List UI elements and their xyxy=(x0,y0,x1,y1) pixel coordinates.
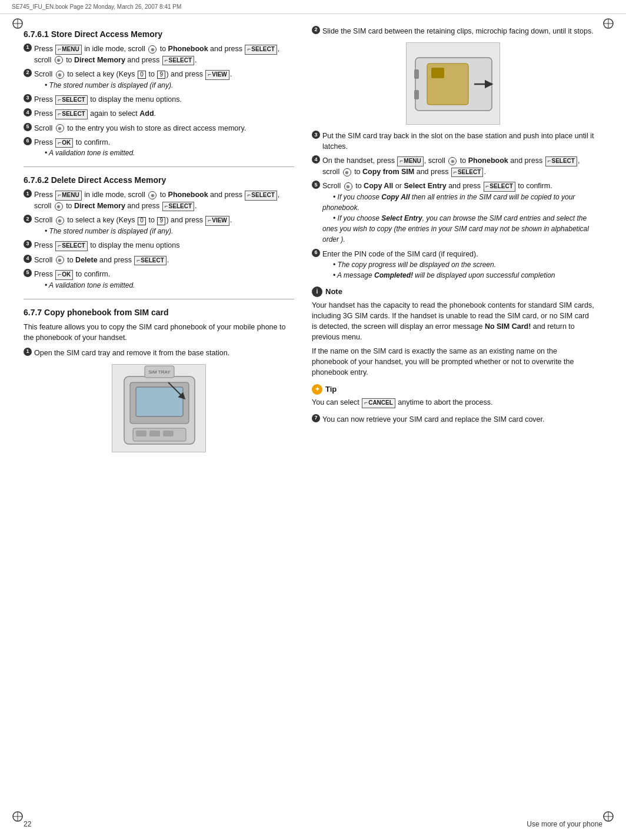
step-671-2: 2 Scroll ⊕ to select a key (Keys 0 to 9)… xyxy=(24,69,294,91)
select-btn-5: ⌐SELECT xyxy=(245,191,277,201)
header-bar: SE745_IFU_EN.book Page 22 Monday, March … xyxy=(0,0,626,14)
scroll-icon-3: ⊕ xyxy=(56,71,64,79)
right-step-3: 3 Put the SIM card tray back in the slot… xyxy=(312,131,594,152)
scroll-icon-8: ⊕ xyxy=(56,256,64,264)
header-text: SE745_IFU_EN.book Page 22 Monday, March … xyxy=(12,4,181,10)
step-677-num-1: 1 xyxy=(24,348,32,356)
step-6-sub1: The copy progress will be displayed on t… xyxy=(333,261,496,269)
step-671-2-sub: The stored number is displayed (if any). xyxy=(45,81,173,89)
step-672-5: 5 Press ⌐OK to confirm. A validation ton… xyxy=(24,269,294,291)
step-671-6-sub: A validation tone is emitted. xyxy=(45,149,135,157)
step-671-3-content: Press ⌐SELECT to display the menu option… xyxy=(34,94,294,105)
tip-icon: ✦ xyxy=(312,384,322,395)
svg-rect-11 xyxy=(149,431,160,436)
right-column: 2 Slide the SIM card between the retaini… xyxy=(312,26,594,458)
right-step-num-5: 5 xyxy=(312,181,320,189)
step-num-1: 1 xyxy=(24,44,32,52)
note-text-2: If the name on the SIM card is exactly t… xyxy=(312,346,594,378)
corner-marker-bottom-left xyxy=(12,811,24,822)
page-number: 22 xyxy=(24,820,31,828)
step-672-num-2: 2 xyxy=(24,215,32,223)
step-672-num-1: 1 xyxy=(24,189,32,198)
right-step-4: 4 On the handset, press ⌐MENU, scroll ⊕ … xyxy=(312,155,594,177)
right-step-2-content: Slide the SIM card between the retaining… xyxy=(322,26,594,36)
select-btn-9: ⌐SELECT xyxy=(545,156,577,166)
section-672-heading: 6.7.6.2 Delete Direct Access Memory xyxy=(24,175,294,185)
scroll-icon-5: ⊕ xyxy=(148,191,156,199)
right-step-3-content: Put the SIM card tray back in the slot o… xyxy=(322,131,594,152)
scroll-icon-11: ⊕ xyxy=(344,182,352,191)
footer-right-text: Use more of your phone xyxy=(527,820,602,828)
step-672-2-content: Scroll ⊕ to select a key (Keys 0 to 9) a… xyxy=(34,215,294,236)
svg-rect-21 xyxy=(414,90,419,99)
key-9-2: 9 xyxy=(157,217,165,225)
svg-rect-20 xyxy=(414,69,419,79)
svg-text:SIM TRAY: SIM TRAY xyxy=(148,369,171,375)
key-9: 9 xyxy=(157,71,165,79)
right-step-2: 2 Slide the SIM card between the retaini… xyxy=(312,26,594,36)
step-5-sub1: If you choose Copy All then all entries … xyxy=(322,193,575,212)
sim-card-image xyxy=(406,42,500,125)
select-btn-6: ⌐SELECT xyxy=(162,202,194,212)
section-677-intro: This feature allows you to copy the SIM … xyxy=(24,322,294,343)
note-label: i Note xyxy=(312,286,594,298)
content-area: 6.7.6.1 Store Direct Access Memory 1 Pre… xyxy=(0,14,626,470)
page-footer: 22 Use more of your phone xyxy=(24,820,602,828)
right-step-num-4: 4 xyxy=(312,155,320,164)
note-icon: i xyxy=(312,286,322,297)
step-672-num-3: 3 xyxy=(24,240,32,248)
divider-1 xyxy=(24,166,294,167)
step-671-5: 5 Scroll ⊕ to the entry you wish to stor… xyxy=(24,123,294,134)
step-672-1: 1 Press ⌐MENU in idle mode, scroll ⊕ to … xyxy=(24,189,294,211)
select-btn-8: ⌐SELECT xyxy=(134,256,166,266)
step-672-num-4: 4 xyxy=(24,255,32,263)
step-672-4-content: Scroll ⊕ to Delete and press ⌐SELECT. xyxy=(34,255,294,266)
step-6-sub2: A message Completed! will be displayed u… xyxy=(333,271,555,279)
tip-label: ✦ Tip xyxy=(312,384,594,395)
select-btn: ⌐SELECT xyxy=(245,45,277,55)
right-step-num-2: 2 xyxy=(312,26,320,34)
step-672-num-5: 5 xyxy=(24,269,32,277)
scroll-icon-9: ⊕ xyxy=(448,157,457,165)
device-image-base-station: SIM TRAY xyxy=(112,364,206,452)
corner-marker-bottom-right xyxy=(602,811,614,822)
scroll-icon-10: ⊕ xyxy=(343,168,351,176)
step-num-2: 2 xyxy=(24,69,32,77)
step-num-4: 4 xyxy=(24,108,32,116)
svg-rect-18 xyxy=(431,68,444,78)
scroll-icon-2: ⊕ xyxy=(55,56,63,64)
key-0: 0 xyxy=(138,71,146,79)
divider-2 xyxy=(24,299,294,299)
step-671-5-content: Scroll ⊕ to the entry you wish to store … xyxy=(34,123,294,134)
note-text: Your handset has the capacity to read th… xyxy=(312,300,594,343)
section-671: 6.7.6.1 Store Direct Access Memory 1 Pre… xyxy=(24,29,294,158)
right-step-4-content: On the handset, press ⌐MENU, scroll ⊕ to… xyxy=(322,155,594,177)
corner-marker-top-left xyxy=(12,18,24,29)
note-box: i Note Your handset has the capacity to … xyxy=(312,286,594,378)
right-step-7: 7 You can now retrieve your SIM card and… xyxy=(312,414,594,425)
page-container: SE745_IFU_EN.book Page 22 Monday, March … xyxy=(0,0,626,840)
step-672-5-sub: A validation tone is emitted. xyxy=(45,281,135,289)
step-672-2: 2 Scroll ⊕ to select a key (Keys 0 to 9)… xyxy=(24,215,294,236)
key-0-2: 0 xyxy=(138,217,146,225)
step-671-6: 6 Press ⌐OK to confirm. A validation ton… xyxy=(24,137,294,159)
step-671-1: 1 Press ⌐MENU in idle mode, scroll ⊕ to … xyxy=(24,44,294,65)
scroll-icon-6: ⊕ xyxy=(55,202,63,211)
step-671-4: 4 Press ⌐SELECT again to select Add. xyxy=(24,108,294,119)
scroll-icon: ⊕ xyxy=(148,45,156,54)
right-step-5: 5 Scroll ⊕ to Copy All or Select Entry a… xyxy=(312,181,594,245)
right-step-5-content: Scroll ⊕ to Copy All or Select Entry and… xyxy=(322,181,594,245)
step-671-6-content: Press ⌐OK to confirm. A validation tone … xyxy=(34,137,294,159)
corner-marker-top-right xyxy=(602,18,614,29)
tip-box: ✦ Tip You can select ⌐CANCEL anytime to … xyxy=(312,384,594,408)
step-672-3-content: Press ⌐SELECT to display the menu option… xyxy=(34,240,294,251)
svg-rect-10 xyxy=(136,431,146,436)
right-step-num-6: 6 xyxy=(312,249,320,257)
cancel-btn: ⌐CANCEL xyxy=(362,398,395,408)
scroll-icon-7: ⊕ xyxy=(56,216,64,225)
step-672-3: 3 Press ⌐SELECT to display the menu opti… xyxy=(24,240,294,251)
svg-rect-8 xyxy=(136,387,183,416)
ok-btn: ⌐OK xyxy=(55,138,73,148)
right-step-6-content: Enter the PIN code of the SIM card (if r… xyxy=(322,249,594,281)
section-677-heading: 6.7.7 Copy phonebook from SIM card xyxy=(24,308,294,317)
